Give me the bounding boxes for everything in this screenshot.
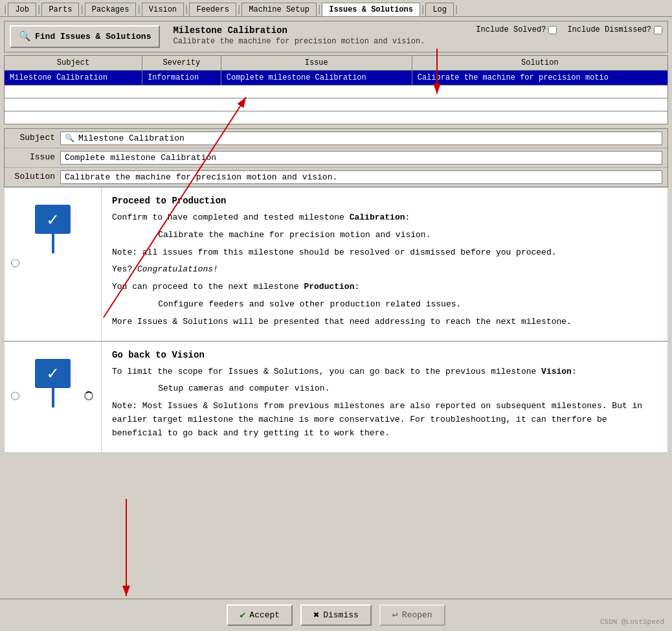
proceed-title: Proceed to Production: [112, 196, 657, 206]
panel-right-goback: Go back to Vision To limit the scope for…: [102, 342, 667, 452]
table-row-empty: [5, 86, 668, 98]
col-solution[interactable]: Solution: [412, 56, 667, 71]
go-back-vision-panel: Go back to Vision To limit the scope for…: [4, 341, 668, 453]
detail-solution-row: Solution Calibrate the machine for preci…: [5, 168, 667, 187]
reopen-button[interactable]: ↩ Reopen: [379, 604, 445, 626]
milestone-title: Milestone Calibration: [173, 25, 463, 36]
tab-machine-setup[interactable]: Machine Setup: [241, 3, 317, 16]
col-subject[interactable]: Subject: [5, 56, 142, 71]
bottom-bar: ✔ Accept ✖ Dismiss ↩ Reopen: [0, 599, 672, 631]
solution-label: Solution: [10, 170, 55, 181]
tab-packages[interactable]: Packages: [85, 3, 137, 16]
controls-bar: 🔍 Find Issues & Solutions Milestone Cali…: [4, 21, 668, 52]
proceed-body: Confirm to have completed and tested mil…: [112, 211, 657, 329]
issue-field: Complete milestone Calibration: [60, 151, 662, 165]
tab-issues-solutions[interactable]: Issues & Solutions: [322, 3, 420, 16]
subject-label: Subject: [10, 132, 55, 143]
cell-severity: Information: [142, 71, 221, 86]
issue-label: Issue: [10, 151, 55, 162]
reopen-label: Reopen: [402, 610, 432, 620]
subject-field[interactable]: 🔍 Milestone Calibration: [60, 132, 662, 145]
include-dismissed-option: Include Dismissed?: [567, 25, 662, 34]
table-row-empty: [5, 111, 668, 124]
reopen-icon: ↩: [392, 609, 398, 621]
table-row[interactable]: Milestone Calibration Information Comple…: [5, 71, 668, 86]
dismiss-label: Dismiss: [323, 610, 359, 620]
search-icon: 🔍: [19, 30, 31, 43]
include-dismissed-label: Include Dismissed?: [567, 25, 651, 34]
goback-flag-icon: [35, 359, 71, 407]
panel-left-goback: [5, 342, 102, 452]
col-severity[interactable]: Severity: [142, 56, 221, 71]
cell-solution: Calibrate the machine for precision moti…: [412, 71, 667, 86]
proceed-flag-icon: [35, 205, 71, 253]
solution-value: Calibrate the machine for precision moti…: [65, 172, 337, 182]
goback-radio[interactable]: [11, 391, 19, 400]
detail-section: Subject 🔍 Milestone Calibration Issue Co…: [4, 128, 668, 187]
loading-spinner: [84, 391, 93, 400]
tab-parts[interactable]: Parts: [41, 3, 79, 16]
tab-separator: |: [3, 5, 8, 14]
include-dismissed-checkbox[interactable]: [654, 26, 662, 34]
tab-job[interactable]: Job: [8, 3, 36, 16]
issues-table: Subject Severity Issue Solution Mileston…: [4, 55, 668, 124]
solution-field: Calibrate the machine for precision moti…: [60, 170, 662, 184]
panel-left-proceed: [5, 188, 102, 341]
tab-log[interactable]: Log: [425, 3, 454, 16]
detail-issue-row: Issue Complete milestone Calibration: [5, 148, 667, 168]
find-issues-solutions-button[interactable]: 🔍 Find Issues & Solutions: [10, 25, 160, 48]
table-row-empty: [5, 98, 668, 111]
accept-label: Accept: [249, 610, 280, 620]
include-solved-option: Include Solved?: [476, 25, 557, 34]
goback-flag-pole: [52, 388, 54, 407]
filter-options: Include Solved? Include Dismissed?: [476, 25, 662, 34]
issue-value: Complete milestone Calibration: [65, 153, 216, 163]
loading-spinner-container: [84, 391, 93, 403]
proceed-flag-box: [35, 205, 71, 234]
panel-right-proceed: Proceed to Production Confirm to have co…: [102, 188, 667, 341]
detail-subject-row: Subject 🔍 Milestone Calibration: [5, 129, 667, 148]
subject-value: Milestone Calibration: [78, 133, 185, 143]
goback-title: Go back to Vision: [112, 350, 657, 360]
dismiss-button[interactable]: ✖ Dismiss: [300, 604, 372, 626]
goback-body: To limit the scope for Issues & Solution…: [112, 365, 657, 441]
cell-subject: Milestone Calibration: [5, 71, 142, 86]
cell-issue: Complete milestone Calibration: [221, 71, 412, 86]
accept-button[interactable]: ✔ Accept: [227, 604, 293, 626]
find-button-label: Find Issues & Solutions: [35, 32, 151, 41]
solution-panels: Proceed to Production Confirm to have co…: [4, 187, 668, 453]
main-content: 🔍 Find Issues & Solutions Milestone Cali…: [0, 17, 672, 457]
subject-search-icon: 🔍: [65, 133, 74, 143]
milestone-description: Calibrate the machine for precision moti…: [173, 37, 463, 46]
tab-vision[interactable]: Vision: [142, 3, 184, 16]
dismiss-icon: ✖: [313, 609, 319, 621]
milestone-info: Milestone Calibration Calibrate the mach…: [173, 25, 463, 46]
proceed-radio-container[interactable]: [11, 258, 19, 270]
tab-bar: | Job | Parts | Packages | Vision | Feed…: [0, 0, 672, 17]
include-solved-checkbox[interactable]: [548, 26, 557, 34]
goback-radio-container[interactable]: [11, 391, 19, 402]
watermark: CSDN @LostSpeed: [600, 618, 664, 626]
proceed-radio[interactable]: [11, 258, 19, 267]
col-issue[interactable]: Issue: [221, 56, 412, 71]
include-solved-label: Include Solved?: [476, 25, 546, 34]
tab-feeders[interactable]: Feeders: [189, 3, 236, 16]
accept-icon: ✔: [240, 609, 245, 621]
proceed-to-production-panel: Proceed to Production Confirm to have co…: [4, 187, 668, 341]
proceed-flag-pole: [52, 234, 54, 253]
goback-flag-box: [35, 359, 71, 388]
